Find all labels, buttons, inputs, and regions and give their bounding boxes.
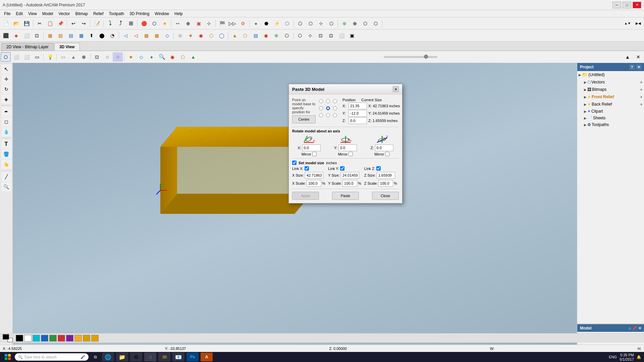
link-y-checkbox[interactable] bbox=[340, 166, 344, 171]
swatch-green[interactable] bbox=[49, 335, 57, 342]
eraser-tool[interactable]: ◻ bbox=[1, 117, 11, 126]
taskbar-mail-btn[interactable]: 📧 bbox=[172, 353, 184, 361]
view-zoom-fit[interactable]: ⊡ bbox=[92, 52, 102, 62]
new-button[interactable]: 📄 bbox=[1, 19, 11, 28]
tb-d2[interactable]: ⬡ bbox=[306, 19, 316, 28]
view-toggle3[interactable]: ● bbox=[147, 52, 157, 62]
tb-e4[interactable]: ⬡ bbox=[371, 19, 381, 28]
light-btn[interactable]: 💡 bbox=[45, 52, 55, 62]
project-vectors-item[interactable]: ▶ ⬡ Vectors + bbox=[577, 78, 644, 86]
other-btn3[interactable]: ⊡ bbox=[316, 31, 326, 40]
notification-icon[interactable]: 🔔 bbox=[637, 355, 641, 359]
minimize-button[interactable]: ─ bbox=[612, 2, 621, 8]
project-toolpaths-item[interactable]: ▶ ⚙ Toolpaths bbox=[577, 121, 644, 128]
menu-model[interactable]: Model bbox=[40, 11, 56, 17]
pos-radio-tc[interactable] bbox=[326, 99, 330, 103]
project-help-btn[interactable]: ? bbox=[629, 64, 635, 70]
model-panel-close-btn[interactable]: ✕ bbox=[638, 326, 641, 330]
link-x-checkbox[interactable] bbox=[305, 166, 309, 171]
view-toggle1[interactable]: ★ bbox=[126, 52, 136, 62]
relief-tool1[interactable]: ▦ bbox=[45, 31, 55, 40]
taskbar-artcam-btn[interactable]: A bbox=[201, 353, 213, 361]
relief-tool7[interactable]: ◔ bbox=[107, 31, 117, 40]
menu-relief[interactable]: Relief bbox=[91, 11, 106, 17]
vector-tool2[interactable]: ◁ bbox=[131, 31, 141, 40]
vector-tool3[interactable]: ▦ bbox=[141, 31, 151, 40]
menu-window[interactable]: Window bbox=[152, 11, 172, 17]
pos-radio-bl[interactable] bbox=[319, 113, 323, 117]
pos-radio-ml[interactable] bbox=[319, 106, 323, 110]
select-arrow-tool[interactable]: ↖ bbox=[1, 64, 11, 74]
project-root[interactable]: ▶ 📁 (Untitled) bbox=[577, 71, 644, 78]
swatch-white[interactable] bbox=[24, 335, 32, 342]
vector-tool4[interactable]: ▦ bbox=[152, 31, 162, 40]
tb-c2[interactable]: ⬣ bbox=[261, 19, 271, 28]
tb-b1[interactable]: 🏁 bbox=[217, 19, 227, 28]
zoom-slider-thumb[interactable] bbox=[424, 55, 428, 59]
link-z-checkbox[interactable] bbox=[376, 166, 381, 171]
pos-y-input[interactable] bbox=[348, 110, 367, 117]
shape-tool3[interactable]: ◉ bbox=[196, 31, 206, 40]
view-relief-front[interactable]: ☆ bbox=[113, 52, 123, 62]
relief-btn6[interactable]: ⬡ bbox=[282, 31, 292, 40]
menu-view[interactable]: View bbox=[25, 11, 40, 17]
view-toggle2[interactable]: ◇ bbox=[136, 52, 146, 62]
tb-panel-toggle1[interactable]: ▲▼ bbox=[623, 19, 633, 28]
swatch-blue[interactable] bbox=[41, 335, 48, 342]
tb-c3[interactable]: ⚡ bbox=[272, 19, 282, 28]
menu-edit[interactable]: Edit bbox=[13, 11, 25, 17]
back-relief-add-btn[interactable]: + bbox=[640, 102, 643, 107]
paste-button[interactable]: 📌 bbox=[55, 19, 65, 28]
search-box[interactable]: 🔍 Type here to search 🎤 bbox=[15, 353, 89, 361]
view-zoom-mag[interactable]: 🔍 bbox=[157, 52, 167, 62]
project-back-relief-item[interactable]: ▶ ★ Back Relief + bbox=[577, 101, 644, 108]
taskbar-edge-btn[interactable]: 🌐 bbox=[102, 353, 114, 361]
bitmaps-add-btn[interactable]: + bbox=[640, 87, 643, 92]
view-side[interactable]: ⬜ bbox=[21, 52, 32, 62]
maximize-button[interactable]: □ bbox=[623, 2, 631, 8]
rotate-tool-btn[interactable]: ↻ bbox=[1, 84, 11, 94]
tb-e3[interactable]: ⬡ bbox=[360, 19, 370, 28]
shape-tool5[interactable]: ◯ bbox=[217, 31, 227, 40]
swatch-yellow[interactable] bbox=[74, 335, 82, 342]
tb-b3[interactable]: ⚙ bbox=[238, 19, 248, 28]
other-btn1[interactable]: ⬡ bbox=[295, 31, 305, 40]
front-relief-add-btn[interactable]: + bbox=[640, 94, 643, 100]
rotate-z-input[interactable] bbox=[375, 144, 393, 151]
tb-c1[interactable]: ● bbox=[251, 19, 261, 28]
select-tool[interactable]: ⬛ bbox=[1, 31, 11, 40]
y-scale-input[interactable] bbox=[342, 180, 357, 187]
rotate-y-input[interactable] bbox=[338, 144, 357, 151]
mirror-y-checkbox[interactable] bbox=[348, 152, 353, 156]
taskbar-folder-btn[interactable]: 📁 bbox=[116, 353, 128, 361]
menu-help[interactable]: Help bbox=[172, 11, 185, 17]
node-tool[interactable]: ◈ bbox=[11, 31, 21, 40]
project-sheets-item[interactable]: ▶ 📄 Sheets bbox=[577, 115, 644, 121]
other-btn6[interactable]: ▣ bbox=[347, 31, 357, 40]
swatch-gold[interactable] bbox=[83, 335, 90, 342]
view-iso[interactable]: ⬡ bbox=[1, 52, 11, 62]
relief-btn3[interactable]: ▤ bbox=[251, 31, 261, 40]
tb-c4[interactable]: ⬡ bbox=[282, 19, 292, 28]
view-btn3[interactable]: ⊕ bbox=[79, 52, 89, 62]
paste-button[interactable]: Paste bbox=[332, 192, 359, 200]
transform-tool[interactable]: ⬜ bbox=[21, 31, 32, 40]
vectors-add-btn[interactable]: + bbox=[640, 79, 643, 85]
cut-button[interactable]: ✂ bbox=[35, 19, 45, 28]
view-rotate[interactable]: ☆ bbox=[102, 52, 112, 62]
model-panel-pin-btn[interactable]: 📌 bbox=[632, 326, 637, 330]
shape-tool1[interactable]: ☆ bbox=[175, 31, 185, 40]
inches-checkbox[interactable] bbox=[292, 161, 297, 165]
tb-pos[interactable]: ⊕ bbox=[183, 19, 193, 28]
tb-d1[interactable]: ⬡ bbox=[295, 19, 305, 28]
project-bitmaps-item[interactable]: ▶ 🖼 Bitmaps + bbox=[577, 86, 644, 93]
panel-close[interactable]: ✕ bbox=[633, 52, 643, 62]
pen-tool[interactable]: ✒ bbox=[1, 107, 11, 116]
taskview-button[interactable]: ⧉ bbox=[91, 353, 100, 361]
close-dialog-button[interactable]: Close bbox=[372, 192, 399, 200]
taskbar-chrome-btn[interactable]: ⚙ bbox=[130, 353, 142, 361]
close-button[interactable]: ✕ bbox=[633, 2, 641, 8]
vector-tool1[interactable]: ◁ bbox=[120, 31, 130, 40]
tb-move[interactable]: ↔ bbox=[173, 19, 183, 28]
tb-tool2[interactable]: ⬡ bbox=[149, 19, 159, 28]
